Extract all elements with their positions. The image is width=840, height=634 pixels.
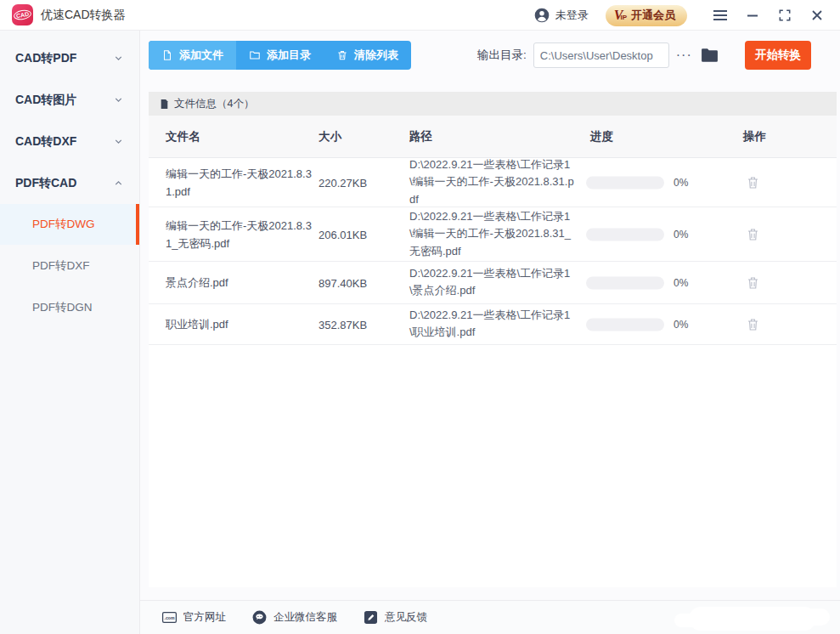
wechat-chat-icon <box>251 609 268 626</box>
hamburger-icon <box>713 9 728 21</box>
folder-dark-icon <box>701 48 719 63</box>
maximize-icon <box>779 9 791 21</box>
file-info-label: 文件信息（4个） <box>174 97 254 111</box>
app-title: 优速CAD转换器 <box>41 8 126 23</box>
watermark-blur <box>689 607 816 631</box>
table-row: 编辑一天的工作-天极2021.8.31.pdf 220.27KB D:\2022… <box>149 158 837 207</box>
clear-list-label: 清除列表 <box>354 48 398 63</box>
progress-percent: 0% <box>674 319 688 331</box>
browse-more-button[interactable]: ··· <box>676 48 692 62</box>
file-path: D:\2022.9.21一些表格\工作记录1\景点介绍.pdf <box>409 265 574 301</box>
titlebar: CAD 优速CAD转换器 未登录 VIP 开通会员 <box>0 0 840 31</box>
progress-bar <box>586 276 664 289</box>
trash-icon <box>745 226 761 242</box>
sidebar-item-label: PDF转CAD <box>15 176 76 191</box>
close-button[interactable] <box>804 0 830 31</box>
trash-icon <box>745 174 761 190</box>
sidebar-subitem-pdf-to-dgn[interactable]: PDF转DGN <box>0 286 139 328</box>
app-logo-text: CAD <box>13 8 32 21</box>
file-info-bar: 文件信息（4个） <box>149 92 837 116</box>
sidebar-subitem-label: PDF转DWG <box>32 217 95 232</box>
sidebar-item-label: CAD转DXF <box>15 134 76 150</box>
column-header-progress: 进度 <box>590 129 613 144</box>
maximize-button[interactable] <box>772 0 798 31</box>
table-row: 编辑一天的工作-天极2021.8.31_无密码.pdf 206.01KB D:\… <box>149 207 837 262</box>
progress-percent: 0% <box>674 177 688 189</box>
close-icon <box>811 9 823 21</box>
watermark-blur <box>799 609 830 626</box>
file-name: 编辑一天的工作-天极2021.8.31_无密码.pdf <box>166 216 312 252</box>
delete-row-button[interactable] <box>745 275 761 291</box>
delete-row-button[interactable] <box>745 226 761 242</box>
menu-button[interactable] <box>708 0 733 31</box>
sidebar-subitem-pdf-to-dwg[interactable]: PDF转DWG <box>0 204 139 245</box>
trash-icon <box>745 275 761 291</box>
open-folder-button[interactable] <box>701 48 719 63</box>
wechat-support-link[interactable]: 企业微信客服 <box>251 609 337 626</box>
add-directory-label: 添加目录 <box>267 48 311 63</box>
wechat-support-label: 企业微信客服 <box>273 610 337 625</box>
file-path: D:\2022.9.21一些表格\工作记录1\编辑一天的工作-天极2021.8.… <box>409 156 574 208</box>
login-button[interactable]: 未登录 <box>533 7 589 24</box>
start-convert-button[interactable]: 开始转换 <box>745 41 811 70</box>
vip-upgrade-button[interactable]: VIP 开通会员 <box>606 5 687 26</box>
sidebar: CAD转PDF CAD转图片 CAD转DXF PDF转CAD PDF转DWG <box>0 31 140 634</box>
chevron-down-icon <box>113 53 124 64</box>
column-header-path: 路径 <box>409 129 432 144</box>
file-icon <box>161 49 173 61</box>
column-header-size: 大小 <box>319 129 341 144</box>
progress-percent: 0% <box>674 277 688 289</box>
delete-row-button[interactable] <box>745 316 761 332</box>
minimize-icon <box>747 9 758 21</box>
add-file-button[interactable]: 添加文件 <box>149 41 236 70</box>
sidebar-subitem-label: PDF转DGN <box>32 300 93 315</box>
file-path: D:\2022.9.21一些表格\工作记录1\编辑一天的工作-天极2021.8.… <box>409 207 574 260</box>
column-header-action: 操作 <box>743 129 766 144</box>
file-name: 编辑一天的工作-天极2021.8.31.pdf <box>166 164 312 201</box>
chevron-up-icon <box>113 178 124 189</box>
main-panel: 添加文件 添加目录 清除列表 输出目录: ··· <box>140 31 840 634</box>
sidebar-subitem-label: PDF转DXF <box>32 258 90 274</box>
table-header-row: 文件名 大小 路径 进度 操作 <box>149 116 837 158</box>
feedback-pen-icon <box>363 609 379 626</box>
chevron-down-icon <box>113 94 124 105</box>
official-website-label: 官方网址 <box>183 610 226 625</box>
progress-bar <box>586 318 664 331</box>
official-website-link[interactable]: .com 官方网址 <box>161 609 226 626</box>
file-size: 206.01KB <box>319 228 367 241</box>
progress-bar <box>586 228 664 241</box>
file-name: 景点介绍.pdf <box>166 274 312 292</box>
delete-row-button[interactable] <box>745 174 761 190</box>
app-logo-icon: CAD <box>12 4 33 25</box>
feedback-link[interactable]: 意见反馈 <box>363 609 427 626</box>
file-actions-group: 添加文件 添加目录 清除列表 <box>149 41 411 70</box>
sidebar-subitem-pdf-to-dxf[interactable]: PDF转DXF <box>0 245 139 286</box>
add-directory-button[interactable]: 添加目录 <box>236 41 324 70</box>
sidebar-item-cad-to-dxf[interactable]: CAD转DXF <box>0 121 139 162</box>
titlebar-controls: 未登录 VIP 开通会员 <box>533 0 830 31</box>
column-header-name: 文件名 <box>166 129 200 144</box>
footer-bar: .com 官方网址 企业微信客服 意见反馈 <box>140 600 840 634</box>
add-file-label: 添加文件 <box>179 48 223 63</box>
output-directory-input[interactable] <box>533 42 669 68</box>
file-size: 897.40KB <box>319 276 367 289</box>
minimize-button[interactable] <box>740 0 765 31</box>
sidebar-item-label: CAD转图片 <box>15 93 76 108</box>
user-avatar-icon <box>533 7 550 24</box>
com-domain-icon: .com <box>161 609 178 626</box>
clear-list-button[interactable]: 清除列表 <box>324 41 411 70</box>
file-size: 352.87KB <box>319 318 367 331</box>
feedback-label: 意见反馈 <box>385 610 427 625</box>
chevron-down-icon <box>113 136 124 147</box>
output-directory-label: 输出目录: <box>477 48 527 63</box>
file-path: D:\2022.9.21一些表格\工作记录1\职业培训.pdf <box>409 307 574 342</box>
progress-percent: 0% <box>674 229 688 241</box>
file-name: 职业培训.pdf <box>166 315 312 333</box>
document-icon <box>159 99 170 110</box>
sidebar-item-cad-to-pdf[interactable]: CAD转PDF <box>0 37 139 79</box>
progress-bar <box>586 176 664 189</box>
vip-label: 开通会员 <box>631 8 675 23</box>
sidebar-item-pdf-to-cad[interactable]: PDF转CAD <box>0 162 139 204</box>
sidebar-item-cad-to-image[interactable]: CAD转图片 <box>0 79 139 121</box>
file-size: 220.27KB <box>319 176 367 189</box>
